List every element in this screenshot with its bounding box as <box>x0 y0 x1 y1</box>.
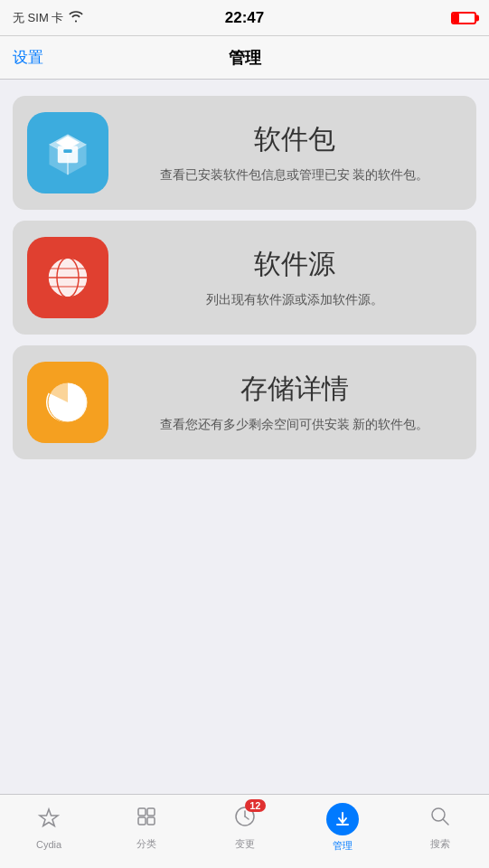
status-bar: 无 SIM 卡 22:47 <box>0 0 489 36</box>
tab-changes-label: 变更 <box>235 837 255 851</box>
tab-sections[interactable]: 分类 <box>98 805 195 858</box>
storage-desc: 查看您还有多少剩余空间可供安装 新的软件包。 <box>127 415 462 434</box>
sources-desc: 列出现有软件源或添加软件源。 <box>127 290 462 309</box>
tab-cydia[interactable]: Cydia <box>0 807 98 857</box>
wifi-icon <box>69 11 83 25</box>
packages-title: 软件包 <box>127 121 462 158</box>
svg-rect-18 <box>147 808 155 816</box>
svg-rect-19 <box>138 817 146 825</box>
sections-icon <box>135 805 158 834</box>
tab-manage[interactable]: 管理 <box>294 803 391 860</box>
tab-sections-label: 分类 <box>136 837 156 851</box>
packages-card[interactable]: 软件包 查看已安装软件包信息或管理已安 装的软件包。 <box>13 96 476 210</box>
svg-rect-7 <box>63 149 71 153</box>
storage-text: 存储详情 查看您还有多少剩余空间可供安装 新的软件包。 <box>127 371 462 434</box>
changes-badge: 12 <box>245 799 265 812</box>
packages-text: 软件包 查看已安装软件包信息或管理已安 装的软件包。 <box>127 121 462 184</box>
status-left: 无 SIM 卡 <box>13 10 83 26</box>
packages-desc: 查看已安装软件包信息或管理已安 装的软件包。 <box>127 165 462 184</box>
tab-manage-label: 管理 <box>333 839 353 853</box>
clock-icon: 12 <box>233 805 257 834</box>
sources-card[interactable]: 软件源 列出现有软件源或添加软件源。 <box>13 221 476 335</box>
tab-changes[interactable]: 12 变更 <box>195 805 293 858</box>
download-icon <box>326 803 359 835</box>
svg-rect-17 <box>138 808 146 816</box>
tab-cydia-label: Cydia <box>36 839 61 850</box>
tab-bar: Cydia 分类 12 变更 <box>0 794 489 868</box>
battery-icon <box>451 12 476 24</box>
storage-icon <box>27 362 108 443</box>
page-title: 管理 <box>229 47 261 69</box>
nav-bar: 设置 管理 <box>0 36 489 80</box>
tab-search[interactable]: 搜索 <box>391 805 489 858</box>
back-button[interactable]: 设置 <box>13 47 43 68</box>
sources-icon <box>27 237 108 318</box>
packages-icon <box>27 112 108 193</box>
carrier-text: 无 SIM 卡 <box>13 10 63 26</box>
search-icon <box>428 805 452 834</box>
sources-title: 软件源 <box>127 246 462 283</box>
status-time: 22:47 <box>225 9 264 27</box>
star-icon <box>37 807 61 835</box>
status-right <box>451 12 476 24</box>
storage-title: 存储详情 <box>127 371 462 408</box>
storage-card[interactable]: 存储详情 查看您还有多少剩余空间可供安装 新的软件包。 <box>13 345 476 459</box>
content-area: 软件包 查看已安装软件包信息或管理已安 装的软件包。 软件源 列出现有软件源或添… <box>0 80 489 476</box>
tab-search-label: 搜索 <box>430 837 450 851</box>
svg-line-23 <box>245 816 249 819</box>
svg-line-26 <box>443 819 448 825</box>
sources-text: 软件源 列出现有软件源或添加软件源。 <box>127 246 462 309</box>
svg-rect-20 <box>147 817 155 825</box>
